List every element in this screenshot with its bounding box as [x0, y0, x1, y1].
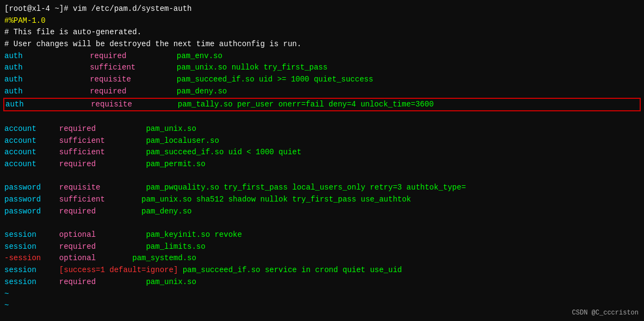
spacer-1: [4, 111, 640, 123]
spacer-2: [4, 171, 640, 182]
auth-line-4: auth required pam_deny.so: [4, 86, 640, 98]
auth-control-4: required: [53, 86, 126, 98]
auth-line-1: auth required pam_env.so: [4, 51, 640, 62]
account-type-1: account: [4, 123, 36, 135]
password-type-1: password: [4, 182, 41, 194]
session-success-4: success=1 default=ignore: [64, 265, 174, 276]
password-args-2: pam_unix.so sha512 shadow nullok try_fir…: [105, 194, 411, 206]
session-bracket-4: [: [59, 265, 64, 276]
terminal: [root@xl-4 ~]# vim /etc/pam.d/system-aut…: [0, 0, 644, 321]
session-type-2: session: [4, 241, 36, 253]
auth-line-3: auth requisite pam_succeed_if.so uid >= …: [4, 74, 640, 86]
account-control-2: sufficient: [36, 135, 105, 147]
account-control-4: required: [36, 159, 96, 171]
auth-args-4: pam_deny.so: [126, 86, 227, 98]
prompt-text: [root@xl-4 ~]# vim /etc/pam.d/system-aut…: [4, 3, 191, 15]
account-control-3: sufficient: [36, 147, 105, 159]
auth-args-5: pam_tally.so per_user onerr=fail deny=4 …: [132, 99, 434, 111]
account-args-2: pam_localuser.so: [105, 135, 219, 147]
comment1: # This file is auto-generated.: [4, 27, 141, 39]
session-line-2: session required pam_limits.so: [4, 241, 640, 253]
auth-type-2: auth: [4, 62, 53, 74]
auth-type-5: auth: [5, 99, 54, 111]
session-control-5: required: [36, 276, 96, 288]
account-args-4: pam_permit.so: [96, 159, 206, 171]
tilde-1: ~: [4, 288, 640, 300]
comment1-line: # This file is auto-generated.: [4, 27, 640, 39]
session-type-5: session: [4, 276, 36, 288]
session-line-5: session required pam_unix.so: [4, 276, 640, 288]
password-type-2: password: [4, 194, 41, 206]
session-args-1: pam_keyinit.so revoke: [96, 229, 242, 241]
password-control-1: requisite: [41, 182, 100, 194]
account-line-2: account sufficient pam_localuser.so: [4, 135, 640, 147]
auth-line-5-highlighted: auth requisite pam_tally.so per_user one…: [3, 98, 641, 112]
session-bracket-open-4: [36, 265, 59, 276]
account-type-4: account: [4, 159, 36, 171]
auth-type-3: auth: [4, 74, 53, 86]
password-line-3: password required pam_deny.so: [4, 206, 640, 218]
password-control-3: required: [41, 206, 96, 218]
auth-type-1: auth: [4, 51, 53, 62]
session-line-4: session [success=1 default=ignore] pam_s…: [4, 265, 640, 276]
session-line-3: -session optional pam_systemd.so: [4, 253, 640, 265]
auth-control-1: required: [53, 51, 126, 62]
watermark: CSDN @C_cccriston: [572, 309, 639, 317]
spacer-3: [4, 217, 640, 229]
session-args-4: pam_succeed_if.so service in crond quiet…: [178, 265, 402, 276]
session-control-3: optional: [41, 253, 96, 265]
auth-control-5: requisite: [54, 99, 132, 111]
account-type-2: account: [4, 135, 36, 147]
password-args-3: pam_deny.so: [96, 206, 191, 218]
prompt-line: [root@xl-4 ~]# vim /etc/pam.d/system-aut…: [4, 3, 640, 15]
auth-control-2: sufficient: [53, 62, 135, 74]
session-line-1: session optional pam_keyinit.so revoke: [4, 229, 640, 241]
session-type-4: session: [4, 265, 36, 276]
vim-header-line: #%PAM-1.0: [4, 15, 640, 27]
session-type-3-dash: -session: [4, 253, 41, 265]
account-type-3: account: [4, 147, 36, 159]
session-type-1: session: [4, 229, 36, 241]
password-line-2: password sufficient pam_unix.so sha512 s…: [4, 194, 640, 206]
comment2: # User changes will be destroyed the nex…: [4, 39, 301, 51]
session-control-1: optional: [36, 229, 96, 241]
auth-type-4: auth: [4, 86, 53, 98]
comment2-line: # User changes will be destroyed the nex…: [4, 39, 640, 51]
session-bracket-close-4: ]: [174, 265, 178, 276]
account-args-3: pam_succeed_if.so uid < 1000 quiet: [105, 147, 301, 159]
auth-control-3: requisite: [53, 74, 131, 86]
account-line-3: account sufficient pam_succeed_if.so uid…: [4, 147, 640, 159]
password-line-1: password requisite pam_pwquality.so try_…: [4, 182, 640, 194]
password-control-2: sufficient: [41, 194, 105, 206]
tilde-2: ~: [4, 300, 640, 312]
account-line-4: account required pam_permit.so: [4, 159, 640, 171]
session-args-2: pam_limits.so: [96, 241, 206, 253]
auth-line-2: auth sufficient pam_unix.so nullok try_f…: [4, 62, 640, 74]
auth-args-2: pam_unix.so nullok try_first_pass: [135, 62, 327, 74]
auth-args-1: pam_env.so: [126, 51, 222, 62]
vim-header: #%PAM-1.0: [4, 15, 46, 27]
account-control-1: required: [36, 123, 96, 135]
session-args-3: pam_systemd.so: [96, 253, 196, 265]
session-control-2: required: [36, 241, 96, 253]
account-line-1: account required pam_unix.so: [4, 123, 640, 135]
password-args-1: pam_pwquality.so try_first_pass local_us…: [100, 182, 466, 194]
session-args-5: pam_unix.so: [96, 276, 196, 288]
account-args-1: pam_unix.so: [96, 123, 196, 135]
auth-args-3: pam_succeed_if.so uid >= 1000 quiet_succ…: [131, 74, 373, 86]
password-type-3: password: [4, 206, 41, 218]
